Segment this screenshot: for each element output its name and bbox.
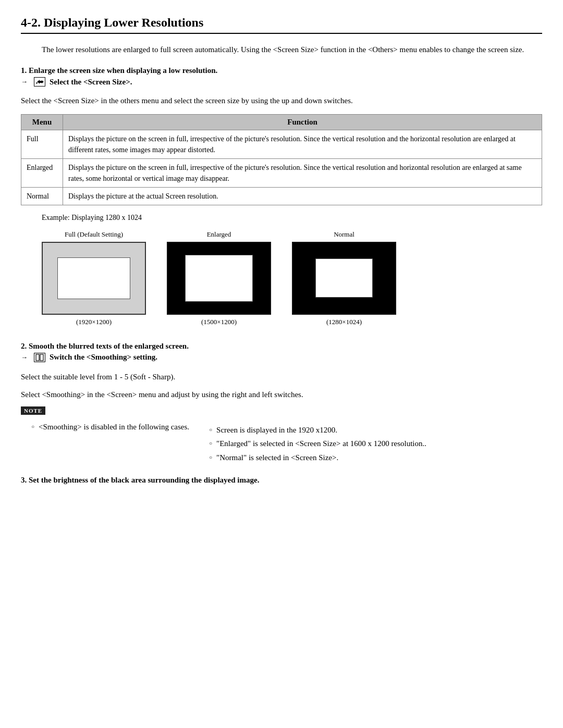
display-full: Full (Default Setting) (1920×1200) [42,230,146,326]
table-cell-function: Displays the picture at the actual Scree… [63,187,542,205]
arrow-label-2: Switch the <Smoothing> setting. [50,353,157,362]
inner-rect-full [57,257,130,299]
example-text: Example: Displaying 1280 x 1024 [42,214,542,222]
inner-rect-enlarged [185,255,253,302]
svg-rect-3 [36,354,39,361]
section1-heading: 1. Enlarge the screen size when displayi… [21,66,542,75]
menu-function-table: Menu Function FullDisplays the picture o… [21,114,542,205]
arrow-line-1: → ⤢ Select the <Screen Size>. [21,77,542,87]
svg-rect-4 [40,354,43,361]
screen-size-icon: ⤢ [34,77,45,87]
note-sublist-item: Screen is displayed in the 1920 x1200. [209,424,426,436]
right-arrow-2: → [21,353,28,362]
note-sublist-item: "Normal" is selected in <Screen Size>. [209,452,426,464]
screen-normal-mockup [292,242,396,315]
arrow-line-2: → Switch the <Smoothing> setting. [21,353,542,362]
arrow-label-1: Select the <Screen Size>. [50,78,132,87]
display-enlarged-label: Enlarged [207,230,231,239]
note-list-item: <Smoothing> is disabled in the following… [31,421,542,466]
section3-heading: 3. Set the brightness of the black area … [21,476,542,485]
table-header-function: Function [63,114,542,130]
intro-text: The lower resolutions are enlarged to fu… [42,43,542,56]
note-list: <Smoothing> is disabled in the following… [31,421,542,466]
table-cell-function: Displays the picture on the screen in fu… [63,158,542,187]
section2: 2. Smooth the blurred texts of the enlar… [21,342,542,466]
screen-full-mockup [42,242,146,315]
table-header-menu: Menu [21,114,63,130]
smooth-line1: Select the suitable level from 1 - 5 (So… [21,371,542,383]
display-enlarged-caption: (1500×1200) [201,318,237,326]
screen-enlarged-mockup [167,242,271,315]
display-enlarged: Enlarged (1500×1200) [167,230,271,326]
note-sublist-item: "Enlarged" is selected in <Screen Size> … [209,438,426,450]
note-label: NOTE [21,406,45,415]
display-normal-label: Normal [334,230,354,239]
display-examples: Full (Default Setting) (1920×1200) Enlar… [42,230,542,326]
table-cell-menu: Normal [21,187,63,205]
display-full-label: Full (Default Setting) [65,230,123,239]
page-title: 4-2. Displaying Lower Resolutions [21,16,542,34]
section1-description: Select the <Screen Size> in the others m… [21,95,542,107]
table-cell-function: Displays the picture on the screen in fu… [63,130,542,158]
display-normal-caption: (1280×1024) [326,318,362,326]
display-full-caption: (1920×1200) [76,318,112,326]
inner-rect-normal [315,258,373,298]
smoothing-icon [34,353,45,362]
table-cell-menu: Enlarged [21,158,63,187]
right-arrow-1: → [21,78,28,86]
svg-text:⤢: ⤢ [35,80,40,85]
table-cell-menu: Full [21,130,63,158]
display-normal: Normal (1280×1024) [292,230,396,326]
section2-heading: 2. Smooth the blurred texts of the enlar… [21,342,542,351]
smooth-line2: Select <Smoothing> in the <Screen> menu … [21,388,542,401]
